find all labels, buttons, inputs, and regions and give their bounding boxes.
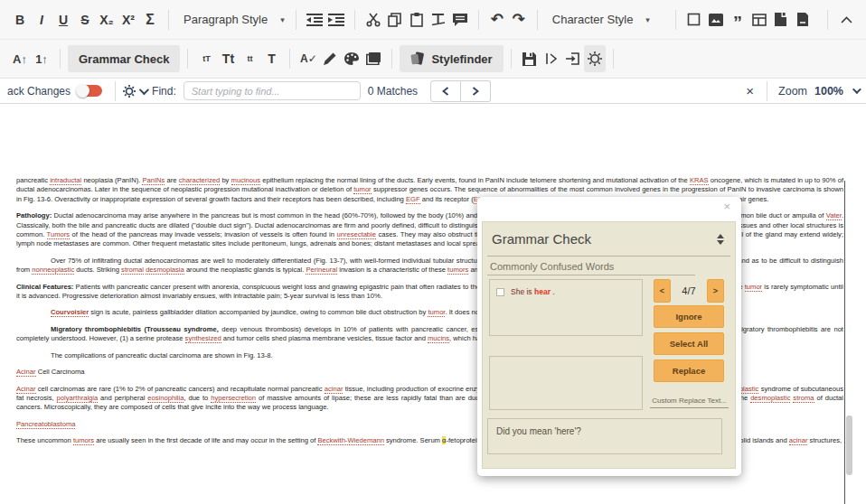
run-macro-button[interactable]: [541, 45, 562, 72]
divider: [354, 10, 355, 30]
edit-pencil-button[interactable]: [319, 45, 341, 72]
case-lower-button[interactable]: tt: [239, 45, 260, 72]
strikethrough-button[interactable]: S: [74, 6, 96, 33]
close-dialog-button[interactable]: ×: [723, 200, 730, 213]
paragraph-style-dropdown[interactable]: Paragraph Style ▾: [176, 6, 288, 33]
underline-button[interactable]: U: [52, 6, 74, 33]
divider: [478, 10, 479, 30]
bookmark-button[interactable]: [770, 6, 792, 33]
category-spinner[interactable]: [717, 234, 724, 245]
insert-table-button[interactable]: [748, 6, 770, 33]
find-settings-gear-icon[interactable]: [123, 85, 136, 98]
outdent-button[interactable]: [304, 6, 325, 33]
misspelled-word: PanINs: [142, 176, 165, 185]
indent-button[interactable]: [325, 6, 347, 33]
next-issue-button[interactable]: >: [707, 279, 724, 303]
page-settings-button[interactable]: [792, 6, 814, 33]
case-label: tt: [247, 54, 252, 63]
text-run: and peripheral: [98, 394, 147, 402]
spellcheck-button[interactable]: A✓: [297, 45, 319, 72]
misspelled-word: Courvoisier: [51, 308, 89, 317]
increase-number-button[interactable]: 1↑: [31, 45, 52, 72]
text-run: around the neoplastic glands is typical.: [184, 266, 306, 274]
misspelled-word: Vater: [826, 211, 842, 220]
import-document-button[interactable]: [562, 45, 584, 72]
misspelled-word: mucinous: [231, 176, 261, 185]
custom-replace-link[interactable]: Custom Replace Text...: [650, 397, 729, 408]
undo-button[interactable]: ↶: [486, 6, 508, 33]
sentence-error-word: hear: [534, 287, 551, 296]
spinner-up-icon: [717, 234, 724, 238]
grammar-check-button[interactable]: Grammar Check: [68, 45, 180, 72]
misspelled-word: desmoplasia: [146, 266, 184, 275]
previous-issue-button[interactable]: <: [654, 279, 671, 303]
find-previous-button[interactable]: [430, 80, 461, 102]
case-title-button[interactable]: Tt: [217, 45, 239, 72]
divider: [511, 49, 512, 69]
stylefinder-button[interactable]: Stylefinder: [400, 45, 503, 72]
divider: [60, 49, 61, 69]
misspelled-word: acinar: [789, 436, 808, 445]
sentence-checkbox[interactable]: [496, 288, 504, 296]
stylefinder-label: Stylefinder: [431, 52, 492, 66]
page-edge-line: [844, 181, 845, 504]
chevron-down-icon[interactable]: [139, 84, 149, 94]
divider: [613, 49, 614, 69]
ignore-button[interactable]: Ignore: [654, 305, 724, 328]
zoom-value[interactable]: 100%: [814, 85, 843, 98]
text-run: are: [165, 176, 178, 184]
equation-button[interactable]: Σ: [139, 6, 161, 33]
blockquote-button[interactable]: ”: [727, 3, 748, 37]
thesaurus-button[interactable]: [362, 45, 384, 72]
subscript-button[interactable]: X₂: [96, 6, 118, 33]
case-sentence-button[interactable]: tT: [195, 45, 217, 72]
sentence-suffix: .: [551, 287, 555, 296]
main-toolbar: B I U S X₂ X² Σ Paragraph Style ▾ ↶ ↷ Ch…: [0, 0, 866, 40]
case-upper-button[interactable]: T: [260, 45, 282, 72]
search-input[interactable]: [184, 81, 361, 100]
settings-button[interactable]: [584, 45, 606, 72]
dialog-title: Grammar Check: [492, 231, 591, 247]
divider: [537, 10, 538, 30]
close-find-bar-button[interactable]: ×: [740, 83, 759, 98]
text-run: These uncommon: [16, 436, 73, 444]
select-all-button[interactable]: Select All: [654, 332, 724, 355]
divider: [289, 49, 290, 69]
case-label: Tt: [222, 51, 234, 66]
misspelled-word: characterized: [179, 176, 221, 185]
track-changes-toggle[interactable]: [78, 85, 102, 97]
misspelled-word: Acinar: [16, 368, 36, 377]
misspelled-word: tumors: [73, 436, 94, 445]
superscript-button[interactable]: X²: [118, 6, 139, 33]
collapse-toolbar-button[interactable]: [835, 6, 857, 33]
misspelled-word: stromal: [121, 266, 144, 275]
copy-button[interactable]: [384, 6, 406, 33]
redo-button[interactable]: ↷: [508, 6, 530, 33]
scrollbar-thumb[interactable]: [846, 415, 852, 475]
italic-button[interactable]: I: [31, 6, 52, 33]
suggestions-box[interactable]: [489, 356, 643, 410]
text-run: Migratory thrombophlebitis (Trousseau sy…: [51, 325, 219, 333]
character-style-dropdown[interactable]: Character Style ▾: [545, 6, 654, 33]
replace-button[interactable]: Replace: [654, 359, 724, 382]
paste-button[interactable]: [406, 6, 428, 33]
save-button[interactable]: [519, 45, 541, 72]
misspelled-word: desmoplastic: [750, 394, 790, 403]
misspelled-word: Beckwith-Wiedemann: [317, 436, 383, 445]
text-run: invasion is a characteristic of these: [337, 266, 447, 274]
textbox-button[interactable]: [683, 6, 705, 33]
chevron-down-icon[interactable]: [852, 85, 861, 94]
insert-image-button[interactable]: [705, 6, 727, 33]
comment-button[interactable]: [449, 6, 471, 33]
increase-font-button[interactable]: A↑: [9, 45, 31, 72]
bold-button[interactable]: B: [9, 6, 31, 33]
divider: [296, 10, 297, 30]
misspelled-word: unresectable: [337, 230, 376, 239]
cut-button[interactable]: [362, 6, 384, 33]
find-bar: ack Changes Find: 0 Matches × Zoom 100%: [0, 79, 866, 104]
grammar-check-dialog: × Grammar Check Commonly Confused Words …: [477, 197, 741, 476]
color-palette-button[interactable]: [341, 45, 362, 72]
find-next-button[interactable]: [461, 80, 491, 102]
clear-format-button[interactable]: [428, 6, 449, 33]
text-run: epithelium replacing the normal lining o…: [260, 176, 690, 184]
